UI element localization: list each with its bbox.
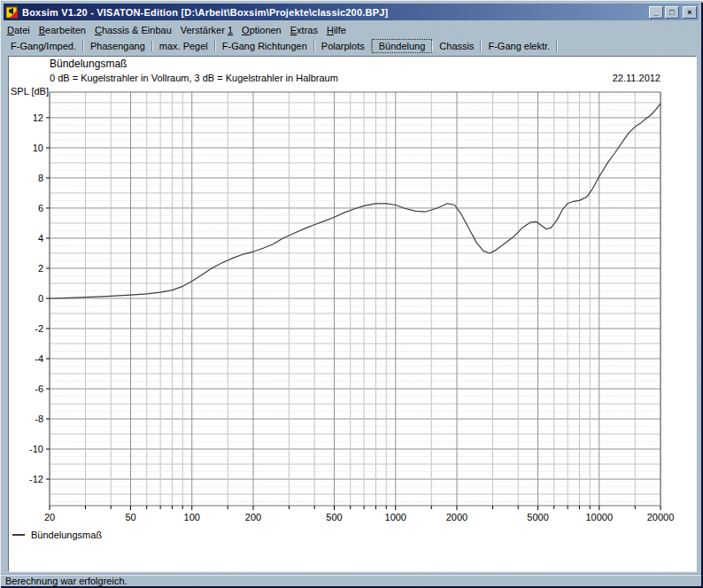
menu-item-verst-rker-1[interactable]: Verstärker 1 xyxy=(176,24,237,36)
svg-text:-10: -10 xyxy=(29,444,43,454)
tab-chassis[interactable]: Chassis xyxy=(432,39,481,53)
svg-text:12: 12 xyxy=(33,112,43,123)
menu-item-hilfe[interactable]: Hilfe xyxy=(322,24,351,36)
svg-text:8: 8 xyxy=(38,173,43,183)
legend-label: Bündelungsmaß xyxy=(31,530,102,540)
menu-item-extras[interactable]: Extras xyxy=(286,24,322,36)
svg-text:0: 0 xyxy=(38,293,43,304)
chart-legend: Bündelungsmaß xyxy=(12,530,102,540)
svg-text:-4: -4 xyxy=(35,353,43,364)
svg-text:20: 20 xyxy=(44,512,55,522)
tab-f-gang-imped[interactable]: F-Gang/Imped. xyxy=(4,39,83,53)
titlebar: Boxsim V1.20 - VISATON-Edition [D:\Arbei… xyxy=(4,4,699,20)
menu-item-datei[interactable]: Datei xyxy=(3,24,35,36)
svg-text:200: 200 xyxy=(245,512,261,522)
window-controls: _ □ × xyxy=(649,6,697,19)
svg-text:10000: 10000 xyxy=(585,512,613,522)
svg-text:-12: -12 xyxy=(29,474,43,484)
svg-text:-8: -8 xyxy=(35,414,43,424)
tab-polarplots[interactable]: Polarplots xyxy=(314,39,372,53)
tab-b-ndelung[interactable]: Bündelung xyxy=(372,39,433,53)
svg-text:-6: -6 xyxy=(35,383,43,394)
directivity-chart: 121086420-2-4-6-8-10-1220501002005001000… xyxy=(9,57,696,571)
status-text: Berechnung war erfolgreich. xyxy=(5,576,127,586)
svg-text:2000: 2000 xyxy=(446,512,467,522)
svg-text:-2: -2 xyxy=(35,323,43,334)
chart-panel: Bündelungsmaß 0 dB = Kugelstrahler in Vo… xyxy=(8,56,697,572)
menu-item-chassis-einbau[interactable]: Chassis & Einbau xyxy=(90,24,176,36)
menu-item-bearbeiten[interactable]: Bearbeiten xyxy=(35,24,90,36)
svg-text:5000: 5000 xyxy=(527,512,548,522)
svg-text:100: 100 xyxy=(184,512,200,522)
svg-text:6: 6 xyxy=(38,203,43,213)
svg-text:4: 4 xyxy=(38,233,43,244)
svg-text:50: 50 xyxy=(125,512,135,522)
menu-item-optionen[interactable]: Optionen xyxy=(237,24,286,36)
close-button[interactable]: × xyxy=(683,6,697,19)
legend-line-sample xyxy=(12,534,25,536)
boxsim-window: { "window": { "title": "Boxsim V1.20 - V… xyxy=(0,0,703,588)
window-title: Boxsim V1.20 - VISATON-Edition [D:\Arbei… xyxy=(22,7,649,18)
maximize-button[interactable]: □ xyxy=(665,6,679,19)
tabbar: F-Gang/Imped.Phasengangmax. PegelF-Gang … xyxy=(4,37,701,54)
svg-text:10: 10 xyxy=(33,143,43,153)
minimize-button[interactable]: _ xyxy=(649,6,663,19)
tab-f-gang-elektr[interactable]: F-Gang elektr. xyxy=(481,39,557,53)
tab-f-gang-richtungen[interactable]: F-Gang Richtungen xyxy=(215,39,314,53)
statusbar: Berechnung war erfolgreich. xyxy=(1,574,703,586)
tab-phasengang[interactable]: Phasengang xyxy=(83,39,152,53)
svg-text:500: 500 xyxy=(326,512,342,522)
svg-text:20000: 20000 xyxy=(647,512,675,522)
app-icon xyxy=(6,6,19,19)
tab-max-pegel[interactable]: max. Pegel xyxy=(152,39,215,53)
menubar: DateiBearbeitenChassis & EinbauVerstärke… xyxy=(3,22,702,37)
svg-text:1000: 1000 xyxy=(385,512,406,522)
svg-text:2: 2 xyxy=(38,263,43,274)
